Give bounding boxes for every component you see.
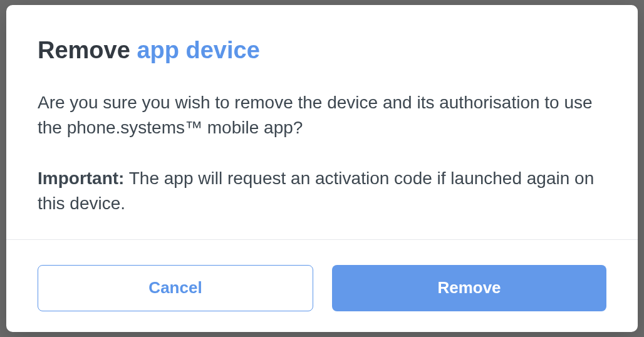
dialog-body: Are you sure you wish to remove the devi… xyxy=(38,90,606,217)
remove-button[interactable]: Remove xyxy=(332,265,606,311)
dialog-content: Remove app device Are you sure you wish … xyxy=(6,5,638,239)
dialog-title-prefix: Remove xyxy=(38,37,137,63)
important-label: Important: xyxy=(38,168,124,188)
dialog-title: Remove app device xyxy=(38,36,606,65)
remove-device-dialog: Remove app device Are you sure you wish … xyxy=(6,5,638,332)
dialog-important-note: Important: The app will request an activ… xyxy=(38,166,606,217)
dialog-footer: Cancel Remove xyxy=(6,239,638,336)
dialog-confirmation-text: Are you sure you wish to remove the devi… xyxy=(38,90,606,141)
dialog-title-accent: app device xyxy=(137,37,259,63)
cancel-button[interactable]: Cancel xyxy=(38,265,313,311)
